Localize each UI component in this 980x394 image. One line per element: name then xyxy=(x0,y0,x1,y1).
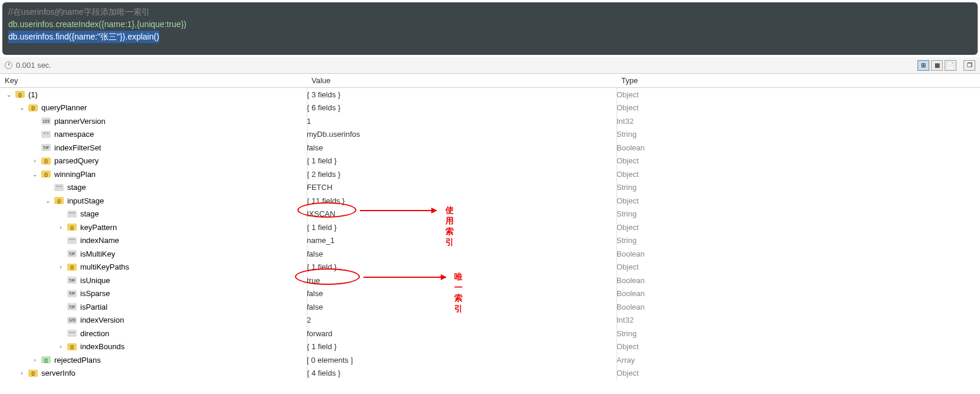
key-label: rejectedPlans xyxy=(54,356,101,365)
key-cell: ›[]rejectedPlans xyxy=(0,356,307,365)
type-cell: Boolean xyxy=(617,303,980,311)
table-row[interactable]: ›123indexVersion2Int32 xyxy=(0,314,980,327)
key-cell: ›" "stage xyxy=(0,209,307,218)
key-label: queryPlanner xyxy=(41,103,87,112)
table-row[interactable]: ›T/FisUniquetrueBoolean xyxy=(0,274,980,287)
tree-header: Key Value Type xyxy=(0,74,980,88)
table-row[interactable]: ›T/FisSparsefalseBoolean xyxy=(0,287,980,301)
table-view-button[interactable]: ▦ xyxy=(931,60,943,71)
type-cell: Boolean xyxy=(617,276,980,285)
obj-type-icon: {} xyxy=(41,170,51,178)
table-row[interactable]: ›T/FisMultiKeyfalseBoolean xyxy=(0,247,980,261)
key-cell: ›{}parsedQuery xyxy=(0,156,307,165)
value-cell: false xyxy=(307,143,617,152)
value-cell: { 1 field } xyxy=(307,342,617,351)
key-cell: ›T/FisUnique xyxy=(0,276,307,285)
key-label: isPartial xyxy=(80,303,107,311)
int-type-icon: 123 xyxy=(41,117,51,124)
table-row[interactable]: ›" "directionforwardString xyxy=(0,327,980,340)
bool-type-icon: T/F xyxy=(67,277,77,284)
expand-toggle[interactable]: › xyxy=(31,357,39,363)
type-cell: Object xyxy=(617,369,980,377)
str-type-icon: " " xyxy=(54,184,64,191)
table-row[interactable]: ⌄{}winningPlan{ 2 fields }Object xyxy=(0,168,980,181)
value-cell: { 4 fields } xyxy=(307,369,617,377)
table-row[interactable]: ›T/FindexFilterSetfalseBoolean xyxy=(0,141,980,155)
tree-view-button[interactable]: ⊞ xyxy=(917,60,929,71)
expand-toggle[interactable]: › xyxy=(57,224,65,231)
table-row[interactable]: ›{}serverInfo{ 4 fields }Object xyxy=(0,367,980,380)
expand-toggle[interactable]: › xyxy=(57,264,65,270)
obj-type-icon: {} xyxy=(67,264,77,271)
value-cell: { 6 fields } xyxy=(307,103,617,112)
key-cell: ›T/FisMultiKey xyxy=(0,249,307,258)
execution-time: 0.001 sec. xyxy=(16,61,51,70)
header-key[interactable]: Key xyxy=(0,74,307,87)
table-row[interactable]: ›" "namespacemyDb.userinfosString xyxy=(0,128,980,142)
type-cell: Int32 xyxy=(617,316,980,324)
header-type[interactable]: Type xyxy=(617,74,980,87)
expand-toggle[interactable]: › xyxy=(57,343,65,350)
value-cell: [ 0 elements ] xyxy=(307,356,617,365)
table-row[interactable]: ⌄{}inputStage{ 11 fields }Object xyxy=(0,194,980,208)
int-type-icon: 123 xyxy=(67,317,77,324)
key-cell: ›123plannerVersion xyxy=(0,117,307,126)
type-cell: Object xyxy=(617,342,980,351)
table-row[interactable]: ⌄{}(1){ 3 fields }Object xyxy=(0,88,980,101)
value-cell: false xyxy=(307,303,617,311)
str-type-icon: " " xyxy=(41,131,51,138)
key-cell: ›{}keyPattern xyxy=(0,223,307,232)
table-row[interactable]: ›{}keyPattern{ 1 field }Object xyxy=(0,221,980,234)
obj-type-icon: {} xyxy=(41,157,51,165)
value-cell: false xyxy=(307,289,617,298)
collapse-toggle[interactable]: ⌄ xyxy=(31,171,39,178)
table-row[interactable]: ›[]rejectedPlans[ 0 elements ]Array xyxy=(0,353,980,367)
expand-toggle[interactable]: › xyxy=(31,157,39,164)
key-cell: ›" "direction xyxy=(0,329,307,338)
key-label: indexBounds xyxy=(80,342,124,351)
code-editor[interactable]: //在userinfos的name字段添加唯一索引 db.userinfos.c… xyxy=(2,2,978,55)
key-cell: ›{}multiKeyPaths xyxy=(0,262,307,271)
key-label: direction xyxy=(80,329,109,338)
key-cell: ›{}serverInfo xyxy=(0,369,307,377)
value-cell: IXSCAN xyxy=(307,209,617,218)
value-cell: name_1 xyxy=(307,236,617,245)
key-label: multiKeyPaths xyxy=(80,262,129,271)
header-value[interactable]: Value xyxy=(307,74,617,87)
text-view-button[interactable]: 📄 xyxy=(945,60,956,71)
popout-button[interactable]: ❐ xyxy=(963,60,975,71)
collapse-toggle[interactable]: ⌄ xyxy=(5,91,13,98)
obj-type-icon: {} xyxy=(28,370,38,377)
collapse-toggle[interactable]: ⌄ xyxy=(18,104,26,111)
str-type-icon: " " xyxy=(67,237,77,244)
obj-type-icon: {} xyxy=(67,224,77,231)
table-row[interactable]: ›123plannerVersion1Int32 xyxy=(0,114,980,128)
key-cell: ›T/FisPartial xyxy=(0,303,307,311)
editor-code-line-1: db.userinfos.createIndex({name:1},{uniqu… xyxy=(8,18,972,31)
table-row[interactable]: ›{}multiKeyPaths{ 1 field }Object xyxy=(0,261,980,274)
table-row[interactable]: ›T/FisPartialfalseBoolean xyxy=(0,300,980,314)
table-row[interactable]: ›{}indexBounds{ 1 field }Object xyxy=(0,340,980,354)
str-type-icon: " " xyxy=(67,211,77,218)
obj-type-icon: {} xyxy=(67,343,77,350)
table-row[interactable]: ›" "stageFETCHString xyxy=(0,181,980,195)
table-row[interactable]: ›" "indexNamename_1String xyxy=(0,234,980,248)
type-cell: Int32 xyxy=(617,117,980,126)
collapse-toggle[interactable]: ⌄ xyxy=(44,198,52,204)
table-row[interactable]: ⌄{}queryPlanner{ 6 fields }Object xyxy=(0,101,980,115)
type-cell: String xyxy=(617,183,980,192)
table-row[interactable]: ›{}parsedQuery{ 1 field }Object xyxy=(0,155,980,168)
value-cell: myDb.userinfos xyxy=(307,130,617,139)
table-row[interactable]: ›" "stageIXSCANString xyxy=(0,208,980,221)
results-tree: Key Value Type ⌄{}(1){ 3 fields }Object⌄… xyxy=(0,74,980,380)
type-cell: String xyxy=(617,209,980,218)
value-cell: { 3 fields } xyxy=(307,90,617,99)
type-cell: Object xyxy=(617,156,980,165)
type-cell: String xyxy=(617,236,980,245)
type-cell: Object xyxy=(617,103,980,112)
key-cell: ›" "stage xyxy=(0,183,307,192)
value-cell: { 1 field } xyxy=(307,223,617,232)
expand-toggle[interactable]: › xyxy=(18,370,26,376)
value-cell: 2 xyxy=(307,316,617,324)
value-cell: false xyxy=(307,249,617,258)
